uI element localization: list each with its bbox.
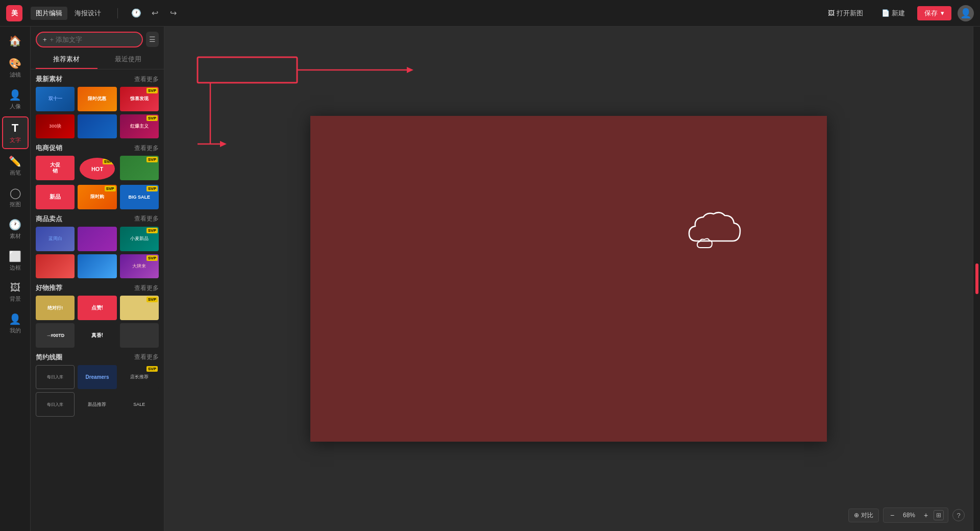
list-item[interactable]: Dreamers xyxy=(78,365,116,390)
tab-recommend[interactable]: 推荐素材 xyxy=(36,51,97,69)
sidebar-item-bg[interactable]: 🖼 背景 xyxy=(2,278,29,307)
section-header-minimal: 简约线圈 查看更多 xyxy=(36,348,159,365)
section-more-recommend[interactable]: 查看更多 xyxy=(134,284,159,293)
svg-marker-2 xyxy=(407,67,413,73)
section-title-goods: 商品卖点 xyxy=(36,214,62,224)
tab-recent[interactable]: 最近使用 xyxy=(97,51,159,69)
list-item[interactable]: 蓝周白 xyxy=(36,227,75,251)
list-item[interactable] xyxy=(36,254,75,279)
sidebar-item-draw[interactable]: ✏️ 画笔 xyxy=(2,151,29,181)
save-dropdown-icon[interactable]: ▾ xyxy=(941,9,944,17)
add-text-icon: + xyxy=(43,36,47,43)
panel-search-area: + ☰ xyxy=(31,27,164,51)
section-header-goods: 商品卖点 查看更多 xyxy=(36,209,159,227)
list-item[interactable] xyxy=(78,114,116,139)
sidebar-item-frame[interactable]: ⬜ 边框 xyxy=(2,246,29,276)
sidebar-item-material[interactable]: 🕐 素材 xyxy=(2,214,29,244)
material-icon: 🕐 xyxy=(9,219,21,231)
section-more-ecommerce[interactable]: 查看更多 xyxy=(134,144,159,153)
list-item[interactable]: SVP HOT xyxy=(80,158,114,180)
main-canvas[interactable] xyxy=(310,116,827,442)
list-item[interactable]: 每日入库 xyxy=(36,365,75,390)
redo-btn[interactable]: ↪ xyxy=(166,6,180,20)
list-item[interactable]: SVP xyxy=(120,296,159,320)
sidebar-item-text[interactable]: T 文字 xyxy=(2,116,29,149)
section-more-latest[interactable]: 查看更多 xyxy=(134,75,159,84)
list-item[interactable]: 300块 xyxy=(36,114,75,139)
panel-tabs: 推荐素材 最近使用 xyxy=(31,51,164,69)
bottom-bar: ⊕ 对比 − 68% + ⊞ ? xyxy=(848,508,965,523)
items-grid-ecommerce: 大促销 SVP HOT SVP 新品 SVP 限时购 SVP xyxy=(36,156,159,209)
list-item[interactable]: →#00TD xyxy=(36,323,75,348)
contrast-icon: ⊕ xyxy=(854,512,859,519)
list-item[interactable]: SVP 红爆主义 xyxy=(120,114,159,139)
open-new-btn[interactable]: 🖼 打开新图 xyxy=(822,6,869,20)
list-item[interactable]: 真香! xyxy=(78,323,116,348)
section-title-minimal: 简约线圈 xyxy=(36,353,62,362)
sidebar-item-person[interactable]: 👤 人像 xyxy=(2,85,29,114)
help-button[interactable]: ? xyxy=(952,509,965,521)
items-grid-minimal: 每日入库 Dreamers SVP 店长推荐 每日入库 新品推荐 SALE xyxy=(36,365,159,417)
undo-btn[interactable]: ↩ xyxy=(148,6,162,20)
frame-icon: ⬜ xyxy=(9,250,21,262)
bg-icon: 🖼 xyxy=(10,282,20,294)
scroll-indicator xyxy=(975,263,978,294)
sidebar-item-user[interactable]: 👤 我的 xyxy=(2,309,29,339)
search-input[interactable] xyxy=(50,36,136,43)
contrast-button[interactable]: ⊕ 对比 xyxy=(848,509,879,522)
user-avatar[interactable]: 👤 xyxy=(958,5,974,21)
save-button[interactable]: 保存 ▾ xyxy=(917,6,951,20)
sidebar-label-text: 文字 xyxy=(10,136,21,144)
list-item[interactable]: SVP 惊喜发现 xyxy=(120,87,159,111)
top-menu: 图片编辑 海报设计 xyxy=(31,7,106,20)
top-bar: 美 图片编辑 海报设计 🕐 ↩ ↪ 🖼 打开新图 📄 新建 保存 ▾ 👤 xyxy=(0,0,980,27)
section-more-goods[interactable]: 查看更多 xyxy=(134,214,159,223)
sidebar-item-filter[interactable]: 🎨 滤镜 xyxy=(2,53,29,83)
section-title-recommend: 好物推荐 xyxy=(36,283,62,293)
menu-item-poster[interactable]: 海报设计 xyxy=(69,7,106,20)
list-item[interactable]: 新品推荐 xyxy=(78,392,116,417)
filter-button[interactable]: ☰ xyxy=(146,32,159,47)
toolbar-tools: 🕐 ↩ ↪ xyxy=(129,6,180,20)
list-item[interactable]: 绝对行! xyxy=(36,296,75,320)
person-icon: 👤 xyxy=(9,89,21,101)
section-more-minimal[interactable]: 查看更多 xyxy=(134,353,159,361)
list-item[interactable]: SVP xyxy=(120,156,159,180)
list-item[interactable]: SALE xyxy=(120,392,159,417)
list-item[interactable]: SVP 店长推荐 xyxy=(120,365,159,390)
list-item[interactable]: 点赞! xyxy=(78,296,116,320)
search-input-wrap[interactable]: + xyxy=(36,32,143,47)
list-item[interactable]: SVP BIG SALE xyxy=(120,185,159,209)
list-item[interactable]: 大促销 xyxy=(36,156,75,180)
list-item[interactable]: 限时优惠 xyxy=(78,87,116,111)
new-btn[interactable]: 📄 新建 xyxy=(875,6,911,20)
list-item[interactable]: 每日入库 xyxy=(36,392,75,417)
canvas-area: ⊕ 对比 − 68% + ⊞ ? xyxy=(164,27,973,531)
list-item[interactable]: SVP 限时购 xyxy=(78,185,116,209)
section-header-recommend: 好物推荐 查看更多 xyxy=(36,278,159,296)
items-grid-recommend: 绝对行! 点赞! SVP →#00TD 真香! xyxy=(36,296,159,347)
history-btn[interactable]: 🕐 xyxy=(129,6,143,20)
list-item[interactable]: 双十一 xyxy=(36,87,75,111)
list-item[interactable] xyxy=(120,323,159,348)
list-item[interactable]: SVP 大牌来 xyxy=(120,254,159,279)
menu-divider xyxy=(117,8,118,18)
cutout-icon: ◯ xyxy=(10,187,21,199)
user-icon: 👤 xyxy=(9,313,21,325)
list-item[interactable] xyxy=(78,227,116,251)
list-item[interactable]: SVP 小麦新品 xyxy=(120,227,159,251)
panel-content: 最新素材 查看更多 双十一 限时优惠 SVP 惊喜发现 300块 xyxy=(31,69,164,531)
sidebar-item-cutout[interactable]: ◯ 抠图 xyxy=(2,183,29,212)
sidebar-item-home[interactable]: 🏠 xyxy=(2,31,29,51)
zoom-in-button[interactable]: + xyxy=(921,511,930,520)
zoom-out-button[interactable]: − xyxy=(888,511,897,520)
canvas-cloud xyxy=(684,208,745,256)
zoom-controls: − 68% + ⊞ xyxy=(883,508,948,523)
zoom-fit-button[interactable]: ⊞ xyxy=(934,510,944,520)
sidebar-label-draw: 画笔 xyxy=(10,169,21,177)
sidebar-label-filter: 滤镜 xyxy=(10,71,21,79)
list-item[interactable]: 新品 xyxy=(36,185,75,209)
menu-item-editor[interactable]: 图片编辑 xyxy=(31,7,67,20)
list-item[interactable] xyxy=(78,254,116,279)
home-icon: 🏠 xyxy=(9,35,21,47)
